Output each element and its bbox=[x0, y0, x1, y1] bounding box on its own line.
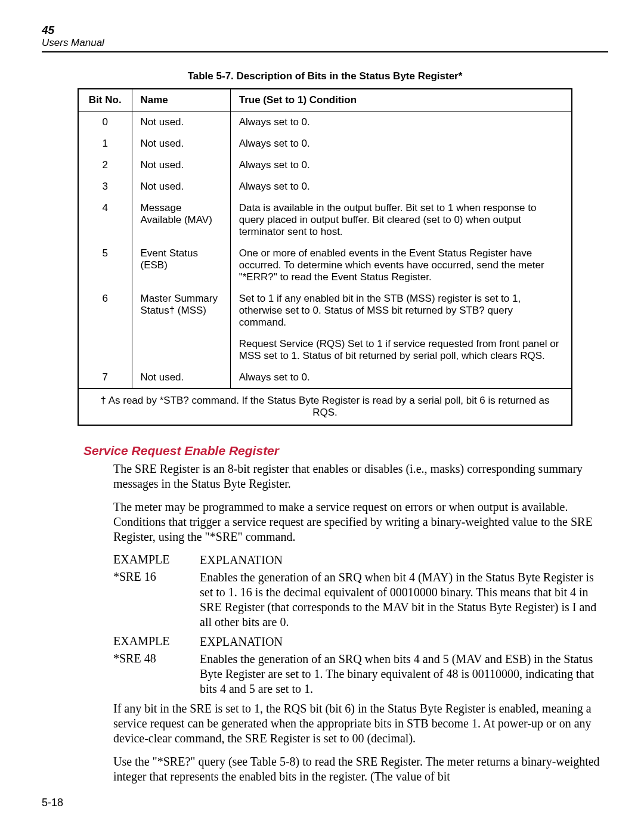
table-cell-name: Message Available (MAV) bbox=[132, 197, 230, 243]
table-cell-cond: Always set to 0. bbox=[230, 133, 572, 154]
table-row: 6Master Summary Status† (MSS)Set to 1 if… bbox=[78, 288, 572, 333]
table-cell-name: Not used. bbox=[132, 176, 230, 197]
table-cell-name: Not used. bbox=[132, 367, 230, 389]
paragraph: The meter may be programmed to make a se… bbox=[113, 500, 608, 544]
table-cell-bit: 4 bbox=[78, 197, 132, 243]
page-header: 45 Users Manual bbox=[42, 24, 608, 52]
example-header-right: EXPLANATION bbox=[200, 634, 608, 649]
table-cell-bit: 3 bbox=[78, 176, 132, 197]
col-header-cond: True (Set to 1) Condition bbox=[230, 89, 572, 112]
example-desc: Enables the generation of an SRQ when bi… bbox=[200, 652, 608, 696]
section-heading: Service Request Enable Register bbox=[83, 444, 608, 458]
table-cell-cond: Always set to 0. bbox=[230, 112, 572, 134]
table-row: 2Not used.Always set to 0. bbox=[78, 154, 572, 176]
table-cell-cond: Request Service (RQS) Set to 1 if servic… bbox=[230, 333, 572, 367]
manual-title: Users Manual bbox=[42, 37, 608, 49]
table-cell-bit: 7 bbox=[78, 367, 132, 389]
table-cell-cond: Always set to 0. bbox=[230, 367, 572, 389]
table-cell-bit bbox=[78, 333, 132, 367]
example-header-right: EXPLANATION bbox=[200, 553, 608, 568]
table-cell-name: Not used. bbox=[132, 133, 230, 154]
example-command: *SRE 48 bbox=[113, 652, 200, 696]
table-cell-cond: One or more of enabled events in the Eve… bbox=[230, 243, 572, 288]
example-block-2: EXAMPLE EXPLANATION *SRE 48 Enables the … bbox=[113, 634, 608, 696]
col-header-bitno: Bit No. bbox=[78, 89, 132, 112]
table-cell-cond: Set to 1 if any enabled bit in the STB (… bbox=[230, 288, 572, 333]
example-block-1: EXAMPLE EXPLANATION *SRE 16 Enables the … bbox=[113, 553, 608, 630]
page-number: 45 bbox=[42, 24, 608, 37]
table-row: 1Not used.Always set to 0. bbox=[78, 133, 572, 154]
table-cell-bit: 1 bbox=[78, 133, 132, 154]
paragraph: If any bit in the SRE is set to 1, the R… bbox=[113, 701, 608, 746]
paragraph: Use the "*SRE?" query (see Table 5-8) to… bbox=[113, 754, 608, 784]
table-header-row: Bit No. Name True (Set to 1) Condition bbox=[78, 89, 572, 112]
table-cell-name: Not used. bbox=[132, 154, 230, 176]
example-header-left: EXAMPLE bbox=[113, 553, 200, 568]
table-row: 7Not used.Always set to 0. bbox=[78, 367, 572, 389]
table-row: 0Not used.Always set to 0. bbox=[78, 112, 572, 134]
table-cell-name: Event Status (ESB) bbox=[132, 243, 230, 288]
footer-page-number: 5-18 bbox=[42, 797, 63, 809]
table-cell-bit: 5 bbox=[78, 243, 132, 288]
status-byte-table: Bit No. Name True (Set to 1) Condition 0… bbox=[78, 88, 572, 426]
col-header-name: Name bbox=[132, 89, 230, 112]
table-cell-cond: Always set to 0. bbox=[230, 154, 572, 176]
table-cell-name: Master Summary Status† (MSS) bbox=[132, 288, 230, 333]
table-cell-cond: Data is available in the output buffer. … bbox=[230, 197, 572, 243]
example-desc: Enables the generation of an SRQ when bi… bbox=[200, 570, 608, 630]
table-row: 3Not used.Always set to 0. bbox=[78, 176, 572, 197]
table-cell-bit: 2 bbox=[78, 154, 132, 176]
example-command: *SRE 16 bbox=[113, 570, 200, 630]
table-row: 5Event Status (ESB)One or more of enable… bbox=[78, 243, 572, 288]
table-cell-bit: 6 bbox=[78, 288, 132, 333]
example-header-left: EXAMPLE bbox=[113, 634, 200, 649]
table-cell-name: Not used. bbox=[132, 112, 230, 134]
table-caption: Table 5-7. Description of Bits in the St… bbox=[42, 70, 608, 82]
table-footnote: † As read by *STB? command. If the Statu… bbox=[78, 389, 572, 426]
table-cell-name bbox=[132, 333, 230, 367]
paragraph: The SRE Register is an 8-bit register th… bbox=[113, 462, 608, 491]
table-cell-bit: 0 bbox=[78, 112, 132, 134]
table-footnote-row: † As read by *STB? command. If the Statu… bbox=[78, 389, 572, 426]
table-row: 4Message Available (MAV)Data is availabl… bbox=[78, 197, 572, 243]
table-cell-cond: Always set to 0. bbox=[230, 176, 572, 197]
table-row: Request Service (RQS) Set to 1 if servic… bbox=[78, 333, 572, 367]
